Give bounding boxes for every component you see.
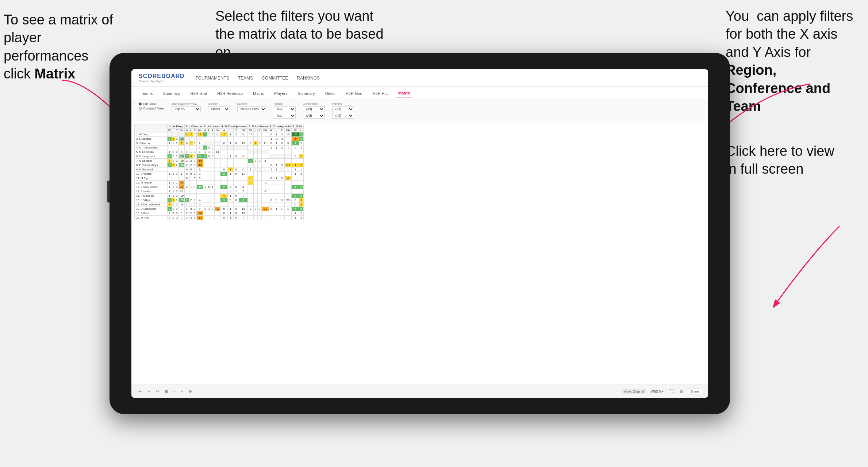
region-label: Region — [274, 102, 296, 105]
grid-view-button[interactable]: ⊟ — [678, 389, 684, 394]
filter-division: Division NCAA Division I — [237, 102, 266, 112]
tablet: SCOREBOARD Powered by clippd TOURNAMENTS… — [110, 53, 730, 414]
player-name: 10. B Valdes — [135, 172, 168, 176]
tab-teams[interactable]: Teams — [139, 90, 155, 97]
tab-summary[interactable]: Summary — [161, 90, 182, 97]
col-header-clamprecht: 6. C Lamprecht — [269, 124, 292, 129]
table-row: 1. W Ding 12011 1100 -2120 17 01013 602 — [135, 132, 304, 137]
sub-dif1: Dif — [178, 129, 185, 132]
fullscreen-button[interactable]: ⛶ — [668, 388, 675, 395]
zoom-in-button[interactable]: + — [179, 389, 184, 394]
undo-button[interactable]: ↩ — [137, 389, 143, 394]
table-row: 15. P Maichon 110-19 410-7 22 — [135, 194, 304, 198]
player-name: 8. P Summerhays — [135, 163, 168, 167]
settings-button[interactable]: ⚙ — [187, 389, 193, 394]
sub-dif4: Dif — [239, 129, 248, 132]
region-select-2[interactable]: N/A — [274, 113, 296, 119]
players-select-1[interactable]: (All) — [332, 106, 354, 112]
table-row: 3. J Koivun 1102 0102 01013 04011 0103 1… — [135, 141, 304, 146]
player-name: 19. D Ford — [135, 211, 168, 216]
zoom-out-button[interactable]: - — [172, 389, 176, 394]
max-players-label: Max players in view — [172, 102, 201, 105]
tab-h2h-heatmap[interactable]: H2H Heatmap — [215, 90, 245, 97]
sub-l3: L — [207, 129, 211, 132]
col-header-player — [135, 124, 168, 132]
players-filter-label: Players — [332, 102, 354, 105]
table-row: 4. M Thorbjornsen 3 100 110-6 01 — [135, 146, 304, 150]
nav-committee[interactable]: COMMITTEE — [262, 74, 288, 82]
redo-button[interactable]: ↪ — [146, 389, 152, 394]
nav-teams[interactable]: TEAMS — [238, 74, 253, 82]
sub-dif6: Dif — [284, 129, 292, 132]
sub-t3: T — [211, 129, 215, 132]
compact-view-option[interactable]: Compact View — [139, 107, 164, 110]
table-row: 8. P Summerhays 522-48 220-16 010-13 12 — [135, 163, 304, 167]
tab-players-summary[interactable]: Summary — [296, 90, 317, 97]
top-nav: SCOREBOARD Powered by clippd TOURNAMENTS… — [131, 69, 708, 87]
watch-button[interactable]: Watch ▾ — [649, 389, 665, 394]
conference-label: Conference — [303, 102, 325, 105]
tab-h2h-grid[interactable]: H2H Grid — [188, 90, 209, 97]
sub-l2: L — [189, 129, 193, 132]
filter-conference: Conference (All) (All) — [303, 102, 325, 119]
share-button[interactable]: Share — [687, 389, 702, 394]
player-name: 3. J Koivun — [135, 141, 168, 146]
sub-dif5: Dif — [262, 129, 269, 132]
col-header-gsa: 7. G Sa — [292, 124, 303, 129]
table-row: 14. J Lundin 11010 1017 -7 — [135, 189, 304, 194]
player-name: 1. W Ding — [135, 132, 168, 137]
tab-matrix-active[interactable]: Matrix — [396, 89, 412, 97]
table-row: 17. S De La Fuente 200-8 1100 02 — [135, 202, 304, 207]
table-row: 5. M La Sasso 1006 1101 11014 — [135, 150, 304, 154]
matrix-container: 1. W Ding 2. L Clanton 3. J Koivun 4. M … — [131, 121, 708, 385]
region-select-1[interactable]: N/A — [274, 106, 296, 112]
max-players-select[interactable]: Top 25 — [172, 106, 201, 112]
tab-matrix[interactable]: Matrix — [251, 90, 266, 97]
division-select[interactable]: NCAA Division I — [237, 106, 266, 112]
ann-br-line1: Click here to view — [726, 143, 834, 159]
player-name: 4. M Thorbjornsen — [135, 146, 168, 150]
compact-view-radio — [139, 107, 142, 110]
player-name: 2. L Clanton — [135, 137, 168, 141]
player-name: 20. M Ford — [135, 216, 168, 220]
tab-detail[interactable]: Detail — [323, 90, 338, 97]
sub-w2: W — [185, 129, 189, 132]
annotation-bottom-right: Click here to view in full screen — [726, 142, 857, 178]
ann-left-line2: player performances — [4, 30, 88, 63]
nav-tournaments[interactable]: TOURNAMENTS — [196, 74, 229, 82]
filter-gender: Gender Men's — [208, 102, 230, 112]
conference-select-1[interactable]: (All) — [303, 106, 325, 112]
sub-w3: W — [203, 129, 207, 132]
full-view-option[interactable]: Full View — [139, 102, 164, 106]
ann-left-line1: To see a matrix of — [4, 12, 113, 27]
nav-items: TOURNAMENTS TEAMS COMMITTEE RANKINGS — [196, 74, 320, 82]
players-select-2[interactable]: (All) — [332, 113, 354, 119]
logo-text: SCOREBOARD — [139, 73, 185, 80]
col-header-mthorb: 4. M Thorbjornsen — [220, 124, 247, 129]
filter-bar: Full View Compact View Max players in vi… — [131, 100, 708, 121]
table-row: 11. M Ege 0100 0104 — [135, 176, 304, 181]
player-name: 14. J Lundin — [135, 189, 168, 194]
sub-t1: T — [175, 129, 178, 132]
tab-h2h-grid-2[interactable]: H2H Grid — [343, 90, 365, 97]
ann-br-line2: in full screen — [726, 161, 803, 177]
tablet-screen: SCOREBOARD Powered by clippd TOURNAMENTS… — [131, 69, 708, 398]
layout-button[interactable]: ⊞ — [164, 389, 169, 394]
refresh-button[interactable]: ⟳ — [155, 389, 161, 394]
table-row: 12. M Riedel 101-6 -6 — [135, 181, 304, 185]
col-header-wding: 1. W Ding — [168, 124, 185, 129]
sub-w5: W — [247, 129, 253, 132]
nav-rankings[interactable]: RANKINGS — [297, 74, 320, 82]
sub-l6: L — [274, 129, 279, 132]
conference-select-2[interactable]: (All) — [303, 113, 325, 119]
sub-l4: L — [228, 129, 233, 132]
sub-t5: T — [258, 129, 262, 132]
tab-players[interactable]: Players — [272, 90, 290, 97]
annotation-right: You can apply filters for both the X axi… — [726, 7, 864, 115]
tab-h2h-h[interactable]: H2H H... — [370, 90, 390, 97]
player-name: 17. S De La Fuente — [135, 202, 168, 207]
bottom-toolbar: ↩ ↪ ⟳ ⊞ - + ⚙ View: Original Watch ▾ ⛶ ⊟… — [131, 385, 708, 398]
sub-w7: W — [292, 129, 299, 132]
gender-select[interactable]: Men's — [208, 106, 230, 112]
full-view-radio — [139, 103, 142, 105]
